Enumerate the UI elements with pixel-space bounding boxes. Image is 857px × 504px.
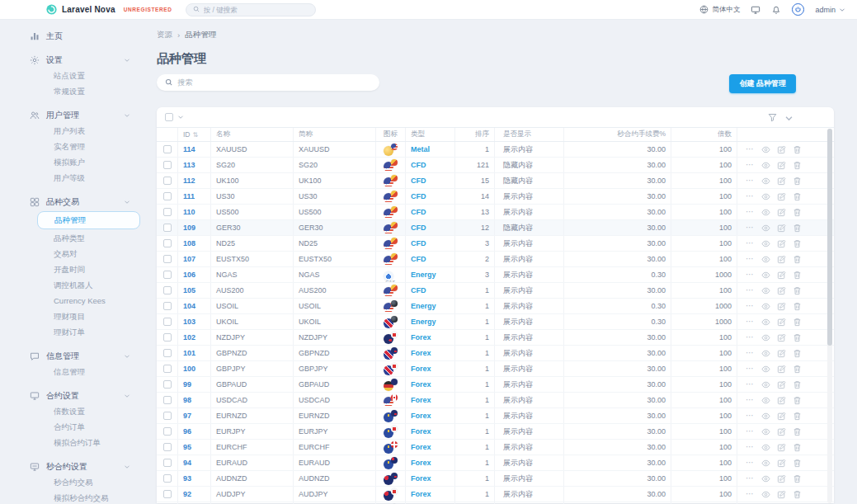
row-checkbox[interactable] (163, 239, 172, 247)
view-icon[interactable] (761, 271, 770, 280)
more-actions-icon[interactable]: ⋯ (746, 335, 755, 340)
edit-icon[interactable] (777, 380, 786, 389)
row-id-link[interactable]: 100 (183, 365, 195, 373)
row-id-link[interactable]: 95 (183, 443, 191, 451)
delete-icon[interactable] (793, 333, 802, 342)
brand[interactable]: Laravel Nova UNREGISTERED (46, 4, 172, 15)
row-id-link[interactable]: 101 (183, 349, 195, 357)
edit-icon[interactable] (777, 427, 786, 436)
sidebar-subitem[interactable]: 站点设置 (30, 69, 148, 82)
row-type-link[interactable]: CFD (411, 255, 426, 263)
view-icon[interactable] (761, 161, 770, 170)
row-checkbox[interactable] (163, 365, 172, 373)
delete-icon[interactable] (793, 365, 802, 374)
row-type-link[interactable]: Forex (411, 396, 431, 404)
view-icon[interactable] (761, 145, 770, 154)
row-checkbox[interactable] (163, 349, 172, 357)
more-actions-icon[interactable]: ⋯ (746, 398, 755, 403)
global-search-input[interactable] (204, 6, 308, 14)
row-type-link[interactable]: Forex (411, 459, 431, 467)
row-checkbox[interactable] (163, 271, 172, 279)
delete-icon[interactable] (793, 145, 802, 154)
sidebar-subitem[interactable]: 理财订单 (30, 326, 148, 339)
row-type-link[interactable]: Forex (411, 427, 431, 436)
user-menu[interactable]: admin (815, 6, 845, 14)
view-icon[interactable] (761, 302, 770, 311)
row-id-link[interactable]: 110 (183, 208, 195, 216)
more-actions-icon[interactable]: ⋯ (746, 413, 755, 418)
edit-icon[interactable] (777, 271, 786, 280)
edit-icon[interactable] (777, 192, 786, 201)
row-type-link[interactable]: Energy (411, 318, 436, 326)
delete-icon[interactable] (793, 239, 802, 248)
row-type-link[interactable]: Forex (411, 474, 431, 483)
view-icon[interactable] (761, 427, 770, 436)
edit-icon[interactable] (777, 177, 786, 186)
more-actions-icon[interactable]: ⋯ (746, 225, 755, 230)
row-type-link[interactable]: Energy (411, 271, 436, 279)
more-actions-icon[interactable]: ⋯ (746, 445, 755, 450)
view-icon[interactable] (761, 380, 770, 389)
more-actions-icon[interactable]: ⋯ (746, 210, 755, 214)
row-type-link[interactable]: Forex (411, 490, 431, 498)
row-checkbox[interactable] (163, 459, 172, 467)
row-checkbox[interactable] (163, 302, 172, 310)
row-checkbox[interactable] (163, 443, 172, 451)
row-id-link[interactable]: 108 (183, 239, 195, 247)
delete-icon[interactable] (793, 490, 802, 499)
view-icon[interactable] (761, 474, 770, 483)
sidebar-subitem[interactable]: 开盘时间 (30, 263, 148, 276)
select-all-checkbox[interactable] (165, 113, 173, 121)
chevron-down-icon[interactable] (177, 114, 184, 120)
resource-search[interactable] (157, 74, 379, 91)
row-checkbox[interactable] (163, 161, 172, 169)
edit-icon[interactable] (777, 474, 786, 483)
row-checkbox[interactable] (163, 333, 172, 341)
edit-icon[interactable] (777, 208, 786, 217)
more-actions-icon[interactable]: ⋯ (746, 351, 755, 356)
language-switcher[interactable]: 简体中文 (699, 5, 740, 15)
bell-icon[interactable] (771, 5, 781, 15)
delete-icon[interactable] (793, 161, 802, 170)
edit-icon[interactable] (777, 255, 786, 264)
edit-icon[interactable] (777, 396, 786, 405)
row-checkbox[interactable] (163, 255, 172, 263)
more-actions-icon[interactable]: ⋯ (746, 194, 755, 199)
view-icon[interactable] (761, 286, 770, 295)
row-checkbox[interactable] (163, 318, 172, 326)
delete-icon[interactable] (793, 302, 802, 311)
edit-icon[interactable] (777, 145, 786, 154)
row-id-link[interactable]: 103 (183, 318, 195, 326)
row-checkbox[interactable] (163, 396, 172, 404)
sidebar-item-4[interactable]: 信息管理 (30, 350, 148, 363)
row-id-link[interactable]: 112 (183, 177, 195, 185)
row-type-link[interactable]: Energy (411, 302, 436, 310)
row-checkbox[interactable] (163, 208, 172, 216)
row-id-link[interactable]: 92 (183, 490, 191, 498)
row-id-link[interactable]: 106 (183, 271, 195, 279)
view-icon[interactable] (761, 365, 770, 374)
row-id-link[interactable]: 107 (183, 255, 195, 263)
row-type-link[interactable]: CFD (411, 224, 426, 232)
row-type-link[interactable]: CFD (411, 177, 426, 185)
edit-icon[interactable] (777, 161, 786, 170)
view-icon[interactable] (761, 239, 770, 248)
row-type-link[interactable]: Forex (411, 412, 431, 420)
row-type-link[interactable]: Metal (411, 145, 430, 153)
sidebar-subitem[interactable]: 常规设置 (30, 85, 148, 98)
row-id-link[interactable]: 93 (183, 474, 191, 483)
row-id-link[interactable]: 114 (183, 145, 195, 153)
avatar[interactable] (792, 3, 804, 16)
sidebar-subitem[interactable]: 模拟账户 (30, 156, 148, 169)
row-type-link[interactable]: Forex (411, 443, 431, 451)
view-icon[interactable] (761, 396, 770, 405)
delete-icon[interactable] (793, 224, 802, 233)
view-icon[interactable] (761, 459, 770, 468)
sidebar-item-3[interactable]: 品种交易 (30, 195, 148, 209)
view-icon[interactable] (761, 208, 770, 217)
row-checkbox[interactable] (163, 474, 172, 483)
edit-icon[interactable] (777, 349, 786, 358)
view-icon[interactable] (761, 333, 770, 342)
more-actions-icon[interactable]: ⋯ (746, 429, 755, 434)
row-id-link[interactable]: 94 (183, 459, 191, 467)
